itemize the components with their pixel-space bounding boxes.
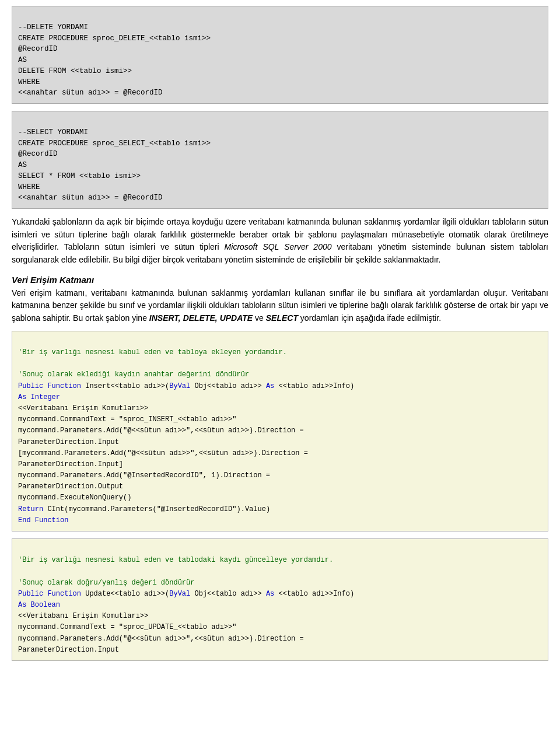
prose-paragraph-2: Veri erişim katmanı, veritabanı katmanın…	[12, 287, 548, 325]
insert-public-function: Public Function	[18, 382, 85, 390]
insert-return-val: CInt(mycommand.Parameters("@InsertedReco…	[47, 505, 270, 513]
section-title-veri-erisim: Veri Erişim Katmanı	[12, 275, 548, 285]
select-proc-text: --SELECT YORDAMI CREATE PROCEDURE sproc_…	[18, 128, 211, 202]
prose2-italic2: SELECT	[266, 313, 298, 323]
update-comment1: 'Bir iş varlığı nesnesi kabul eden ve ta…	[18, 556, 333, 564]
insert-db-cmd-marker: <<Veritabanı Erişim Komutları>> mycomman…	[18, 404, 308, 502]
update-byval: ByVal	[169, 590, 194, 598]
update-comment2: 'Sonuç olarak doğru/yanlış değeri döndür…	[18, 579, 194, 587]
insert-byval: ByVal	[169, 382, 194, 390]
update-as1: As	[266, 590, 279, 598]
insert-as2: As Integer	[18, 393, 60, 401]
update-as2: As Boolean	[18, 601, 60, 609]
prose2-italic1: INSERT, DELETE, UPDATE	[149, 313, 253, 323]
insert-return: Return	[18, 505, 47, 513]
prose2-cont: ve	[253, 313, 266, 323]
insert-function-code-block: 'Bir iş varlığı nesnesi kabul eden ve ta…	[12, 331, 548, 531]
prose-paragraph-1: Yukarıdaki şablonların da açık bir biçim…	[12, 216, 548, 267]
insert-comment1: 'Bir iş varlığı nesnesi kabul eden ve ta…	[18, 348, 287, 356]
prose2-end: yordamları için aşağıda ifade edilmiştir…	[298, 313, 441, 323]
insert-comment2: 'Sonuç olarak eklediği kaydın anahtar de…	[18, 370, 249, 379]
insert-as1: As	[266, 382, 279, 390]
update-db-cmd-marker: <<Veritabanı Erişim Komutları>> mycomman…	[18, 612, 304, 654]
select-procedure-code-block: --SELECT YORDAMI CREATE PROCEDURE sproc_…	[12, 111, 548, 209]
update-public-function: Public Function	[18, 590, 85, 598]
update-func-sig: Update<<tablo adı>>(	[85, 590, 169, 598]
insert-type: <<tablo adı>>Info)	[279, 382, 355, 390]
insert-func-sig: Insert<<tablo adı>>(	[85, 382, 169, 390]
update-function-code-block: 'Bir iş varlığı nesnesi kabul eden ve ta…	[12, 538, 548, 661]
insert-end-function: End Function	[18, 516, 68, 524]
delete-procedure-code-block: --DELETE YORDAMI CREATE PROCEDURE sproc_…	[12, 6, 548, 104]
delete-proc-text: --DELETE YORDAMI CREATE PROCEDURE sproc_…	[18, 23, 211, 97]
prose1-italic: Microsoft SQL Server 2000	[225, 242, 332, 251]
update-param: Obj<<tablo adı>>	[194, 590, 265, 598]
insert-param: Obj<<tablo adı>>	[194, 382, 265, 390]
update-type: <<tablo adı>>Info)	[279, 590, 355, 598]
